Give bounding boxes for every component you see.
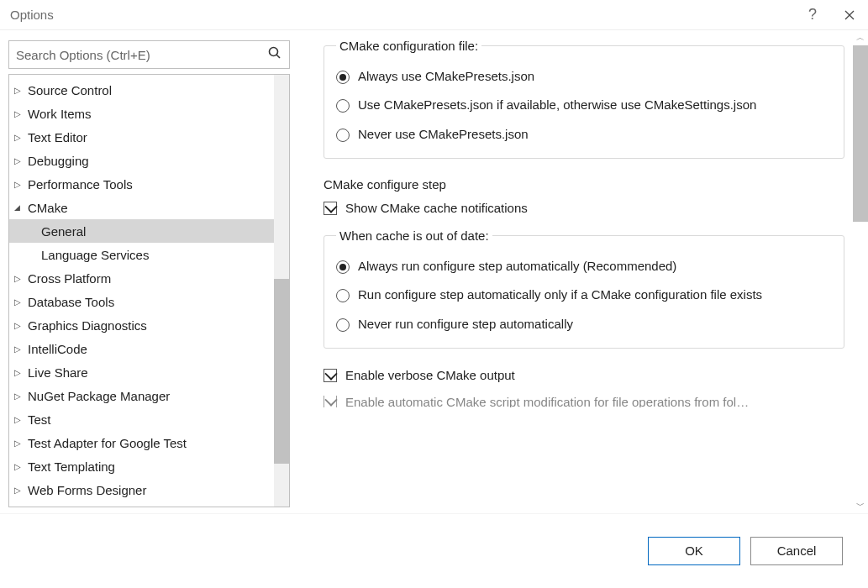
tree-item[interactable]: ▷Text Templating <box>9 454 289 478</box>
svg-line-1 <box>276 55 280 58</box>
search-icon[interactable] <box>267 45 282 64</box>
tree-subitem[interactable]: General <box>9 219 289 243</box>
arrow-collapsed-icon: ▷ <box>14 438 26 448</box>
configure-step-heading: CMake configure step <box>324 177 844 192</box>
arrow-collapsed-icon: ▷ <box>14 274 26 283</box>
window-title: Options <box>10 8 794 22</box>
checkbox-label: Enable automatic CMake script modificati… <box>345 396 749 407</box>
radio-label: Always use CMakePresets.json <box>358 68 534 85</box>
radio-indicator <box>336 71 350 84</box>
arrow-collapsed-icon: ▷ <box>14 86 26 95</box>
tree-item-label: Cross Platform <box>26 271 111 286</box>
radio-presets-if-available[interactable]: Use CMakePresets.json if available, othe… <box>336 97 832 113</box>
arrow-collapsed-icon: ▷ <box>14 344 26 354</box>
arrow-collapsed-icon: ▷ <box>14 180 26 189</box>
arrow-collapsed-icon: ▷ <box>14 368 26 377</box>
radio-configure-if-file[interactable]: Run configure step automatically only if… <box>336 286 832 303</box>
tree-item-label: Web Forms Designer <box>26 483 146 497</box>
scroll-up-icon[interactable]: ︿ <box>853 30 868 45</box>
close-button[interactable] <box>831 0 868 30</box>
tree-item[interactable]: ▷Work Items <box>9 102 289 125</box>
radio-indicator <box>336 289 350 302</box>
radio-indicator <box>336 129 350 142</box>
tree-item[interactable]: ▷Source Control <box>9 78 289 102</box>
cmake-config-file-group: CMake configuration file: Always use CMa… <box>324 39 844 159</box>
radio-label: Use CMakePresets.json if available, othe… <box>358 97 756 113</box>
ok-button[interactable]: OK <box>648 537 740 565</box>
checkbox-label: Enable verbose CMake output <box>345 367 515 384</box>
dialog-body: ▷Source Control▷Work Items▷Text Editor▷D… <box>0 30 868 513</box>
radio-indicator <box>336 260 350 274</box>
radio-indicator <box>336 99 350 113</box>
tree-item-label: Database Tools <box>26 295 114 309</box>
tree-item[interactable]: ▷Test Adapter for Google Test <box>9 431 289 454</box>
checkbox-label: Show CMake cache notifications <box>345 200 528 217</box>
svg-point-0 <box>270 48 278 56</box>
panel-scrollbar[interactable]: ︿ ﹀ <box>853 30 868 513</box>
arrow-collapsed-icon: ▷ <box>14 133 26 142</box>
tree-item[interactable]: ▷Performance Tools <box>9 172 289 196</box>
settings-panel: CMake configuration file: Always use CMa… <box>298 30 868 513</box>
tree-item[interactable]: ▷Debugging <box>9 149 289 172</box>
check-auto-script-mod[interactable]: Enable automatic CMake script modificati… <box>324 396 844 407</box>
radio-indicator <box>336 318 350 332</box>
tree-item[interactable]: ▷Live Share <box>9 360 289 384</box>
panel-scroll-thumb[interactable] <box>853 45 868 222</box>
category-tree: ▷Source Control▷Work Items▷Text Editor▷D… <box>8 74 290 507</box>
radio-never-configure[interactable]: Never run configure step automatically <box>336 316 832 333</box>
radio-label: Never use CMakePresets.json <box>358 126 529 143</box>
tree-item-label: CMake <box>26 201 68 215</box>
search-input[interactable] <box>16 48 267 62</box>
arrow-collapsed-icon: ▷ <box>14 415 26 424</box>
help-button[interactable]: ? <box>794 0 831 30</box>
tree-item[interactable]: ▷Graphics Diagnostics <box>9 313 289 337</box>
dialog-footer: OK Cancel <box>0 513 868 587</box>
tree-item[interactable]: ▷NuGet Package Manager <box>9 384 289 407</box>
cache-out-of-date-group: When cache is out of date: Always run co… <box>324 228 844 349</box>
tree-item[interactable]: ◢CMake <box>9 196 289 219</box>
close-icon <box>844 10 855 20</box>
arrow-expanded-icon: ◢ <box>14 203 26 212</box>
radio-label: Never run configure step automatically <box>358 316 573 333</box>
checkbox-indicator <box>324 202 337 215</box>
tree-scroll-thumb[interactable] <box>274 279 289 464</box>
arrow-collapsed-icon: ▷ <box>14 486 26 495</box>
tree-item-label: General <box>39 224 86 239</box>
tree-item[interactable]: ▷Cross Platform <box>9 266 289 290</box>
check-verbose-output[interactable]: Enable verbose CMake output <box>324 367 844 384</box>
arrow-collapsed-icon: ▷ <box>14 391 26 401</box>
radio-label: Run configure step automatically only if… <box>358 286 762 303</box>
tree-item-label: NuGet Package Manager <box>26 389 170 403</box>
checkbox-indicator <box>324 369 337 382</box>
cancel-button[interactable]: Cancel <box>750 537 843 565</box>
search-wrap <box>8 40 290 69</box>
radio-always-presets[interactable]: Always use CMakePresets.json <box>336 68 832 85</box>
checkbox-indicator <box>324 396 337 407</box>
tree-item-label: Graphics Diagnostics <box>26 318 147 333</box>
tree-subitem[interactable]: Language Services <box>9 243 289 266</box>
check-show-cache-notifications[interactable]: Show CMake cache notifications <box>324 200 844 217</box>
tree-item[interactable]: ▷Web Forms Designer <box>9 478 289 501</box>
tree-item[interactable]: ▷Text Editor <box>9 125 289 149</box>
tree-item-label: Test Adapter for Google Test <box>26 436 187 450</box>
tree-item-label: Text Templating <box>26 459 115 474</box>
tree-item-label: IntelliCode <box>26 342 87 356</box>
tree-item-label: Text Editor <box>26 130 87 144</box>
tree-item-label: Performance Tools <box>26 177 133 192</box>
titlebar: Options ? <box>0 0 868 30</box>
arrow-collapsed-icon: ▷ <box>14 297 26 307</box>
group-legend: CMake configuration file: <box>336 39 481 53</box>
tree-item[interactable]: ▷Database Tools <box>9 290 289 313</box>
scroll-down-icon[interactable]: ﹀ <box>853 498 868 513</box>
tree-item-label: Language Services <box>39 248 149 262</box>
arrow-collapsed-icon: ▷ <box>14 321 26 330</box>
arrow-collapsed-icon: ▷ <box>14 462 26 471</box>
tree-item-label: Live Share <box>26 365 88 380</box>
tree-item[interactable]: ▷IntelliCode <box>9 337 289 360</box>
tree-item-label: Debugging <box>26 154 89 168</box>
radio-always-configure[interactable]: Always run configure step automatically … <box>336 258 832 275</box>
radio-never-presets[interactable]: Never use CMakePresets.json <box>336 126 832 143</box>
tree-item[interactable]: ▷Test <box>9 407 289 431</box>
tree-item-label: Test <box>26 412 51 427</box>
tree-scrollbar[interactable] <box>274 75 289 507</box>
